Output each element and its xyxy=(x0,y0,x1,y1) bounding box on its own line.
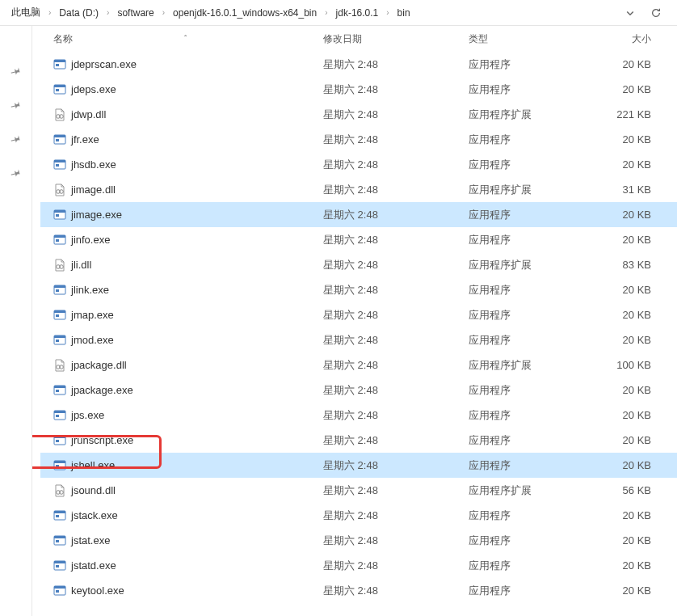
file-row[interactable]: jpackage.dll星期六 2:48应用程序扩展100 KB xyxy=(40,352,677,378)
file-row[interactable]: jps.exe星期六 2:48应用程序20 KB xyxy=(40,403,677,428)
file-row[interactable]: jstat.exe星期六 2:48应用程序20 KB xyxy=(40,528,677,553)
file-type: 应用程序 xyxy=(469,534,595,548)
file-row[interactable]: jlink.exe星期六 2:48应用程序20 KB xyxy=(40,277,677,302)
svg-rect-59 xyxy=(54,586,65,589)
breadcrumb-item[interactable]: software xyxy=(112,6,158,20)
application-icon xyxy=(53,384,66,397)
pin-icon xyxy=(8,132,23,147)
application-icon xyxy=(53,584,66,597)
dll-icon xyxy=(53,359,66,372)
file-row[interactable]: jinfo.exe星期六 2:48应用程序20 KB xyxy=(40,227,677,252)
breadcrumb-item[interactable]: bin xyxy=(393,6,415,20)
file-type: 应用程序 xyxy=(469,333,595,348)
file-type: 应用程序 xyxy=(469,559,595,573)
file-row[interactable]: jimage.exe星期六 2:48应用程序20 KB xyxy=(40,202,677,227)
chevron-down-icon[interactable] xyxy=(622,5,638,21)
column-type[interactable]: 类型 xyxy=(469,32,595,46)
application-icon xyxy=(53,158,66,171)
refresh-icon[interactable] xyxy=(648,5,664,21)
file-row[interactable]: jli.dll星期六 2:48应用程序扩展83 KB xyxy=(40,252,677,277)
file-size: 20 KB xyxy=(595,158,659,171)
file-type: 应用程序 xyxy=(469,458,595,473)
file-row[interactable]: jpackage.exe星期六 2:48应用程序20 KB xyxy=(40,378,677,403)
file-size: 20 KB xyxy=(595,133,659,146)
file-date: 星期六 2:48 xyxy=(323,584,469,598)
file-row[interactable]: keytool.exe星期六 2:48应用程序20 KB xyxy=(40,578,677,603)
file-row[interactable]: jdwp.dll星期六 2:48应用程序扩展221 KB xyxy=(40,102,677,127)
application-icon xyxy=(53,509,66,522)
svg-rect-10 xyxy=(56,139,59,141)
file-row[interactable]: jstack.exe星期六 2:48应用程序20 KB xyxy=(40,503,677,528)
svg-rect-54 xyxy=(56,540,59,542)
dll-icon xyxy=(53,108,66,121)
file-name: jdeps.exe xyxy=(71,83,116,95)
breadcrumb-item[interactable]: jdk-16.0.1 xyxy=(331,6,384,20)
breadcrumb-item[interactable]: 此电脑 xyxy=(6,4,45,21)
file-type: 应用程序 xyxy=(469,82,595,97)
file-row[interactable]: jhsdb.exe星期六 2:48应用程序20 KB xyxy=(40,152,677,177)
column-name[interactable]: 名称 ˆ xyxy=(53,32,323,46)
column-headers[interactable]: 名称 ˆ 修改日期 类型 大小 xyxy=(32,26,677,52)
file-row[interactable]: jdeprscan.exe星期六 2:48应用程序20 KB xyxy=(40,52,677,77)
file-name: jinfo.exe xyxy=(71,234,110,246)
file-date: 星期六 2:48 xyxy=(323,433,469,448)
file-row[interactable]: jimage.dll星期六 2:48应用程序扩展31 KB xyxy=(40,177,677,202)
breadcrumb[interactable]: 此电脑›Data (D:)›software›openjdk-16.0.1_wi… xyxy=(0,0,677,26)
svg-rect-17 xyxy=(54,210,65,213)
svg-rect-57 xyxy=(56,565,59,567)
svg-rect-5 xyxy=(56,89,59,91)
file-size: 20 KB xyxy=(595,309,659,321)
application-icon xyxy=(53,534,66,547)
file-date: 星期六 2:48 xyxy=(323,108,469,122)
file-name: jps.exe xyxy=(71,409,104,421)
svg-rect-46 xyxy=(56,465,59,467)
file-row[interactable]: jstatd.exe星期六 2:48应用程序20 KB xyxy=(40,553,677,578)
application-icon xyxy=(53,309,66,322)
file-panel: 名称 ˆ 修改日期 类型 大小 jdeprscan.exe星期六 2:48应用程… xyxy=(32,26,677,616)
column-size[interactable]: 大小 xyxy=(595,32,659,46)
file-name: jmap.exe xyxy=(71,309,114,321)
file-date: 星期六 2:48 xyxy=(323,308,469,323)
dll-icon xyxy=(53,484,66,497)
file-name: jlink.exe xyxy=(71,284,109,296)
application-icon xyxy=(53,133,66,146)
column-date[interactable]: 修改日期 xyxy=(323,32,469,46)
chevron-right-icon: › xyxy=(386,8,389,17)
application-icon xyxy=(53,209,66,222)
svg-rect-53 xyxy=(54,536,65,538)
svg-rect-1 xyxy=(54,60,65,62)
file-name: jmod.exe xyxy=(71,334,114,346)
column-name-label: 名称 xyxy=(53,32,73,46)
file-name: jstatd.exe xyxy=(71,559,116,572)
file-size: 20 KB xyxy=(595,409,659,421)
chevron-right-icon: › xyxy=(162,8,165,17)
file-type: 应用程序 xyxy=(469,57,595,72)
svg-rect-42 xyxy=(54,436,65,438)
file-type: 应用程序 xyxy=(469,283,595,297)
svg-rect-51 xyxy=(56,515,59,517)
file-type: 应用程序 xyxy=(469,233,595,247)
file-size: 20 KB xyxy=(595,58,659,70)
file-row[interactable]: jmap.exe星期六 2:48应用程序20 KB xyxy=(40,302,677,327)
file-type: 应用程序扩展 xyxy=(469,483,595,498)
svg-rect-45 xyxy=(54,461,65,463)
file-name: jli.dll xyxy=(71,259,91,271)
application-icon xyxy=(53,83,66,96)
breadcrumb-item[interactable]: openjdk-16.0.1_windows-x64_bin xyxy=(168,6,322,20)
file-row[interactable]: jshell.exe星期六 2:48应用程序20 KB xyxy=(40,453,677,478)
file-size: 20 KB xyxy=(595,459,659,471)
file-type: 应用程序 xyxy=(469,584,595,598)
file-size: 83 KB xyxy=(595,259,659,271)
file-row[interactable]: jdeps.exe星期六 2:48应用程序20 KB xyxy=(40,77,677,102)
application-icon xyxy=(53,284,66,297)
file-list: jdeprscan.exe星期六 2:48应用程序20 KBjdeps.exe星… xyxy=(32,52,677,603)
file-row[interactable]: jsound.dll星期六 2:48应用程序扩展56 KB xyxy=(40,478,677,503)
file-row[interactable]: jfr.exe星期六 2:48应用程序20 KB xyxy=(40,127,677,152)
file-size: 20 KB xyxy=(595,284,659,296)
svg-rect-36 xyxy=(54,386,65,388)
file-row[interactable]: jmod.exe星期六 2:48应用程序20 KB xyxy=(40,327,677,352)
breadcrumb-item[interactable]: Data (D:) xyxy=(54,6,103,20)
file-name: jsound.dll xyxy=(71,484,116,496)
file-type: 应用程序扩展 xyxy=(469,258,595,272)
file-row[interactable]: jrunscript.exe星期六 2:48应用程序20 KB xyxy=(40,428,677,453)
